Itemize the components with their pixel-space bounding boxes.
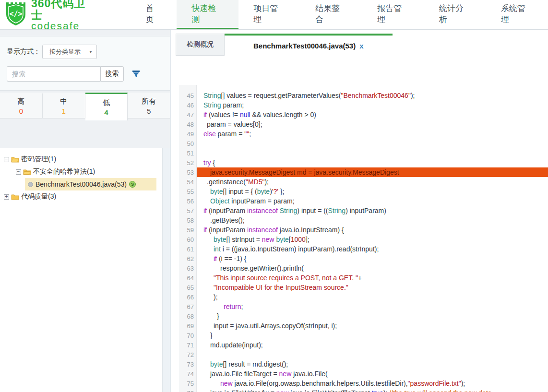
code-token: { — [211, 159, 215, 166]
folder-icon — [11, 156, 19, 163]
display-mode-select[interactable]: 按分类显示 ▼ — [42, 45, 97, 59]
nav-item-报告管理[interactable]: 报告管理 — [362, 0, 424, 29]
app-logo[interactable]: </> 360代码卫士 codesafe — [0, 0, 103, 29]
sidebar-controls: 显示方式： 按分类显示 ▼ 搜索 — [0, 36, 170, 91]
code-token: String — [280, 207, 298, 214]
code-line-71: 71md.update(input); — [171, 340, 548, 350]
search-button[interactable]: 搜索 — [100, 66, 124, 82]
severity-badge: S — [129, 181, 136, 188]
content-tab-BenchmarkTest00046.java(53)[interactable]: BenchmarkTest00046.java(53)x — [225, 34, 393, 56]
code-token: ; — [241, 303, 243, 310]
code-token: Object — [210, 197, 229, 205]
line-number: 55 — [179, 188, 197, 195]
code-text — [197, 139, 548, 148]
content-tab-label: 检测概况 — [187, 40, 214, 49]
indent — [197, 261, 214, 261]
code-line-53: 53java.security.MessageDigest md = java.… — [171, 167, 548, 177]
code-token: try — [203, 159, 211, 166]
tree-item[interactable]: −不安全的哈希算法(1) — [0, 166, 170, 178]
indent — [197, 232, 203, 232]
code-text: ); — [197, 292, 548, 302]
code-lines: 45String[] values = request.getParameter… — [171, 91, 548, 392]
line-number: 59 — [179, 226, 197, 234]
code-line-61: 61int i = ((java.io.InputStream) inputPa… — [171, 244, 548, 254]
code-token: instanceof — [247, 207, 278, 214]
code-token: ); — [264, 178, 269, 186]
indent — [197, 270, 220, 271]
nav-item-系统管理[interactable]: 系统管理 — [486, 0, 548, 29]
logo-text: 360代码卫士 codesafe — [31, 0, 96, 31]
line-number: 63 — [179, 265, 197, 272]
line-number: 64 — [179, 274, 197, 282]
code-text: byte[] input = { (byte)'?' }; — [197, 187, 548, 196]
line-number: 49 — [179, 131, 197, 138]
line-number: 45 — [179, 92, 197, 99]
code-token: //the true will append the new data — [389, 389, 491, 392]
code-token: }; — [278, 188, 284, 195]
severity-tab-中[interactable]: 中1 — [43, 93, 85, 118]
finding-dot-icon — [28, 182, 33, 187]
search-input[interactable] — [7, 66, 100, 82]
severity-tab-高[interactable]: 高0 — [0, 93, 43, 118]
chevron-down-icon: ▼ — [89, 50, 93, 54]
tree-collapse-icon[interactable]: − — [4, 157, 9, 162]
nav-item-快速检测[interactable]: 快速检测 — [177, 0, 238, 29]
indent — [197, 385, 220, 386]
code-text — [197, 148, 548, 158]
indent — [197, 366, 210, 367]
code-line-72: 72 — [171, 350, 548, 359]
code-text: response.getWriter().println( — [197, 263, 548, 273]
nav-item-首页[interactable]: 首页 — [131, 0, 177, 29]
tree-item[interactable]: BenchmarkTest00046.java(53)S — [0, 178, 170, 190]
code-token: } — [210, 332, 213, 339]
code-token: input = java.util.Arrays.copyOf(strInput… — [214, 322, 337, 330]
code-text: "This input source requires a POST, not … — [197, 273, 548, 283]
filter-funnel-icon[interactable] — [132, 70, 140, 78]
code-token: int — [214, 245, 221, 253]
code-token: [] values = request.getParameterValues( — [221, 92, 341, 99]
code-token: new — [276, 389, 289, 392]
code-token: java.io.File fileTarget = — [210, 370, 279, 378]
code-token: "" — [244, 130, 249, 138]
tab-close-icon[interactable]: x — [359, 42, 363, 50]
code-text: .getInstance("MD5"); — [197, 177, 548, 187]
line-number: 66 — [179, 294, 197, 301]
code-text: md.update(input); — [197, 340, 548, 350]
tree-item[interactable]: +代码质量(3) — [0, 190, 170, 203]
code-token: [] strInput = — [226, 236, 262, 243]
code-token: byte — [257, 188, 270, 195]
severity-tab-所有[interactable]: 所有5 — [128, 93, 170, 118]
code-text: if (values != null && values.length > 0) — [197, 110, 548, 119]
line-number: 57 — [179, 207, 197, 214]
code-text: try { — [197, 158, 548, 167]
content-tab-检测概况[interactable]: 检测概况 — [176, 34, 225, 56]
code-token: if — [203, 111, 207, 119]
severity-tab-count: 4 — [104, 108, 108, 117]
severity-tab-低[interactable]: 低4 — [85, 93, 128, 120]
code-text: byte[] result = md.digest(); — [197, 359, 548, 369]
line-number: 75 — [179, 380, 197, 387]
code-token: "BenchmarkTest00046" — [341, 92, 411, 99]
code-token: "passwordFile.txt" — [408, 380, 461, 387]
severity-tab-label: 中 — [60, 97, 67, 106]
indent — [197, 136, 203, 136]
code-text: else param = ""; — [197, 129, 548, 139]
code-token: ; — [249, 130, 251, 138]
line-number: 54 — [179, 178, 197, 186]
tree-item[interactable]: −密码管理(1) — [0, 153, 170, 166]
indent — [197, 117, 203, 117]
code-line-47: 47if (values != null && values.length > … — [171, 110, 548, 119]
nav-item-统计分析[interactable]: 统计分析 — [424, 0, 486, 29]
nav-item-结果整合[interactable]: 结果整合 — [300, 0, 362, 29]
line-number: 71 — [179, 342, 197, 349]
code-line-52: 52try { — [171, 158, 548, 167]
code-token: instanceof — [247, 226, 278, 234]
nav-item-项目管理[interactable]: 项目管理 — [238, 0, 300, 29]
tree-collapse-icon[interactable]: − — [16, 169, 21, 175]
line-number: 52 — [179, 159, 197, 166]
code-token: java.io.File( — [291, 370, 327, 378]
code-token: param; — [221, 101, 244, 109]
line-number: 58 — [179, 217, 197, 224]
code-line-65: 65"Incompatible UI for the InputStream s… — [171, 283, 548, 292]
tree-expand-icon[interactable]: + — [4, 194, 9, 200]
